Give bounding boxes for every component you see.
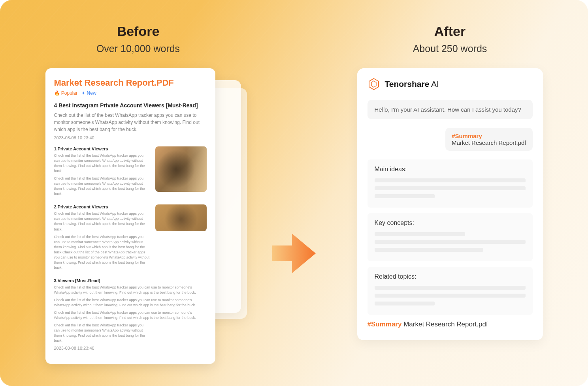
before-subtitle: Over 10,000 words bbox=[96, 43, 180, 54]
article-lead: Check out the list of the best WhatsApp … bbox=[54, 112, 207, 133]
placeholder-bar bbox=[375, 248, 483, 252]
brand-row: Tenorshare AI bbox=[368, 78, 533, 90]
popular-tag: 🔥 Popular bbox=[54, 90, 78, 96]
section-2-image bbox=[155, 204, 207, 231]
placeholder-bar bbox=[375, 178, 526, 182]
placeholder-bar bbox=[375, 194, 435, 198]
brand-text: Tenorshare bbox=[385, 79, 430, 88]
before-title: Before bbox=[117, 24, 160, 39]
document-tags: 🔥 Popular ✦ New bbox=[54, 90, 207, 96]
after-subtitle: About 250 words bbox=[413, 43, 487, 54]
command-line[interactable]: #Summary Market Research Report.pdf bbox=[368, 320, 533, 328]
document-stack: Market Research Report.PDF 🔥 Popular ✦ N… bbox=[45, 68, 231, 364]
placeholder-bar bbox=[375, 302, 435, 305]
article-heading: 4 Best Instagram Private Account Viewers… bbox=[54, 102, 207, 109]
document-card: Market Research Report.PDF 🔥 Popular ✦ N… bbox=[45, 68, 215, 364]
greeting-message: Hello, I'm your AI assistant. How can I … bbox=[368, 100, 533, 119]
placeholder-bar bbox=[375, 240, 526, 244]
section-3-p4: Check out the list of the best WhatsApp … bbox=[54, 323, 146, 343]
timestamp-2: 2023-03-08 10:23:40 bbox=[54, 346, 207, 350]
key-concepts-title: Key concepts: bbox=[375, 219, 526, 227]
after-title: After bbox=[434, 24, 466, 39]
brand-logo-icon bbox=[368, 78, 380, 90]
summary-chip-row: #Summary Market Research Report.pdf bbox=[368, 128, 533, 151]
section-1-title: 1.Private Account Viewers bbox=[54, 146, 150, 151]
ai-panel: Tenorshare AI Hello, I'm your AI assista… bbox=[357, 68, 543, 340]
command-hash: #Summary bbox=[368, 320, 402, 328]
document-title: Market Research Report.PDF bbox=[54, 78, 207, 88]
new-tag: ✦ New bbox=[81, 90, 96, 96]
brand-name: Tenorshare AI bbox=[385, 79, 439, 89]
placeholder-bar bbox=[375, 286, 526, 290]
after-column: After About 250 words Tenorshare AI Hell… bbox=[339, 24, 560, 340]
related-topics-block: Related topics: bbox=[368, 267, 533, 315]
section-2-p1: Check out the list of the best WhatsApp … bbox=[54, 211, 150, 232]
placeholder-bar bbox=[375, 232, 465, 236]
summary-hash: #Summary bbox=[452, 133, 526, 139]
section-2-title: 2.Private Account Viewers bbox=[54, 204, 150, 209]
section-3-title: 3.Viewers [Must-Read] bbox=[54, 278, 207, 283]
section-3: 3.Viewers [Must-Read] Check out the list… bbox=[54, 278, 207, 350]
popular-label: Popular bbox=[61, 90, 77, 96]
section-3-p2: Check out the list of the best WhatsApp … bbox=[54, 298, 207, 308]
timestamp-1: 2023-03-08 10:23:40 bbox=[54, 135, 207, 140]
placeholder-bar bbox=[375, 186, 526, 190]
arrow-icon bbox=[272, 230, 316, 279]
section-1-image bbox=[155, 146, 207, 192]
section-3-p3: Check out the list of the best WhatsApp … bbox=[54, 310, 207, 320]
section-1-p1: Check out the list of the best WhatsApp … bbox=[54, 153, 150, 174]
section-1-p2: Check out the list of the best WhatsApp … bbox=[54, 176, 150, 197]
brand-suffix: AI bbox=[429, 79, 439, 88]
summary-file: Market Research Report.pdf bbox=[452, 139, 526, 146]
section-3-p1: Check out the list of the best WhatsApp … bbox=[54, 285, 207, 295]
section-1: 1.Private Account Viewers Check out the … bbox=[54, 146, 207, 199]
command-file: Market Research Report.pdf bbox=[401, 320, 488, 328]
new-label: New bbox=[87, 90, 96, 96]
related-topics-title: Related topics: bbox=[375, 273, 526, 280]
summary-chip: #Summary Market Research Report.pdf bbox=[445, 128, 532, 151]
section-2-p2: Check out the list of the best WhatsApp … bbox=[54, 234, 150, 270]
placeholder-bar bbox=[375, 294, 526, 298]
key-concepts-block: Key concepts: bbox=[368, 213, 533, 261]
before-column: Before Over 10,000 words Market Research… bbox=[28, 24, 249, 364]
section-2: 2.Private Account Viewers Check out the … bbox=[54, 204, 207, 273]
main-ideas-block: Main ideas: bbox=[368, 159, 533, 208]
main-ideas-title: Main ideas: bbox=[375, 166, 526, 173]
